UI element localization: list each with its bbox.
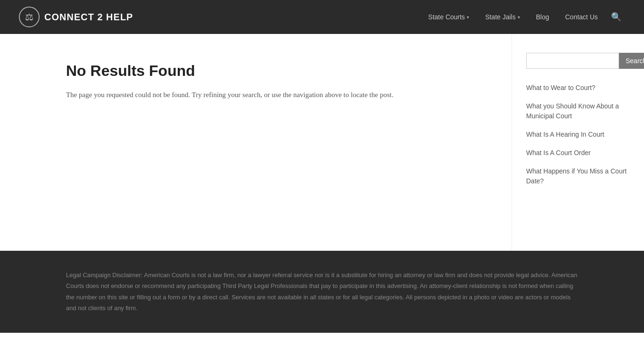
site-main: No Results Found The page you requested … [0, 34, 644, 251]
nav-label-state-courts: State Courts [428, 13, 465, 21]
content-area: No Results Found The page you requested … [0, 34, 512, 251]
chevron-down-icon: ▾ [518, 15, 520, 20]
nav-item-state-courts[interactable]: State Courts ▾ [421, 9, 476, 25]
page-title: No Results Found [66, 62, 483, 80]
search-button[interactable]: Search [619, 53, 644, 69]
sidebar-link-4[interactable]: What Happens if You Miss a Court Date? [526, 166, 630, 186]
nav-item-contact[interactable]: Contact Us [559, 9, 604, 25]
sidebar-search-form: Search [526, 53, 630, 69]
footer-disclaimer: Legal Campaign Disclaimer: American Cour… [66, 270, 578, 314]
nav-item-blog[interactable]: Blog [529, 9, 556, 25]
site-nav: State Courts ▾ State Jails ▾ Blog Contac… [421, 8, 625, 26]
nav-label-state-jails: State Jails [485, 13, 516, 21]
sidebar-link-0[interactable]: What to Wear to Court? [526, 83, 630, 93]
chevron-down-icon: ▾ [467, 15, 469, 20]
sidebar: Search What to Wear to Court? What you S… [512, 34, 644, 251]
site-header: ⚖ CONNECT 2 HELP State Courts ▾ State Ja… [0, 0, 644, 34]
page-description: The page you requested could not be foun… [66, 89, 483, 100]
search-input[interactable] [526, 53, 619, 69]
sidebar-link-2[interactable]: What Is A Hearing In Court [526, 130, 630, 140]
nav-label-contact: Contact Us [565, 13, 598, 21]
site-footer: Legal Campaign Disclaimer: American Cour… [0, 251, 644, 333]
search-icon[interactable]: 🔍 [607, 8, 625, 26]
nav-label-blog: Blog [536, 13, 549, 21]
logo-text: CONNECT 2 HELP [44, 12, 133, 23]
sidebar-link-1[interactable]: What you Should Know About a Municipal C… [526, 101, 630, 121]
nav-item-state-jails[interactable]: State Jails ▾ [479, 9, 527, 25]
site-logo[interactable]: ⚖ CONNECT 2 HELP [19, 7, 133, 27]
logo-icon: ⚖ [19, 7, 40, 27]
sidebar-link-3[interactable]: What Is A Court Order [526, 148, 630, 158]
